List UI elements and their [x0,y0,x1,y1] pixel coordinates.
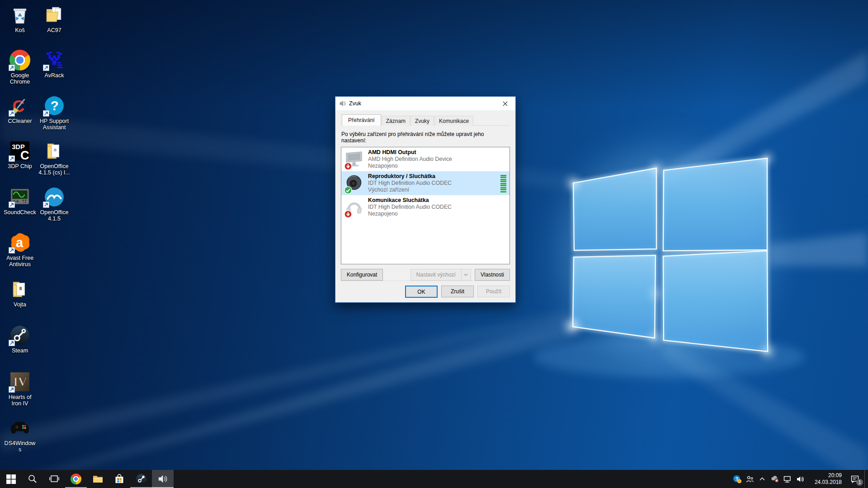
speaker-icon [157,474,168,484]
disconnected-badge-icon [344,210,352,218]
clock-time: 20:09 [828,472,842,479]
taskbar-steam-button[interactable] [130,470,152,488]
shortcut-arrow-icon [9,65,15,71]
chevron-down-icon [464,273,468,276]
desktop-icon-openoffice-cs-folder[interactable]: OpenOffice 4.1.5 (cs) I... [38,141,71,176]
desktop-icon-hp-support-assistant[interactable]: ? HP Support Assistant [38,95,71,131]
desktop-icon-label: OpenOffice 4.1.5 [38,209,71,222]
tray-people-icon[interactable] [743,470,756,488]
system-tray: ? 20:09 24.03.2018 1 [731,470,868,488]
desktop-icon-label: Google Chrome [4,72,36,85]
taskbar-chrome-button[interactable] [65,470,87,488]
ccleaner-icon: C [9,95,30,116]
disconnected-badge-icon [344,162,352,170]
close-button[interactable] [495,97,515,110]
tab-label: Zvuky [415,118,429,124]
tray-hidden-icons-chevron[interactable] [756,470,769,488]
shortcut-arrow-icon [43,65,49,71]
playback-device-list: AMD HDMI Output AMD High Definition Audi… [341,147,510,264]
search-button[interactable] [22,470,43,488]
sound-dialog-icon [339,100,346,107]
taskbar-file-explorer-button[interactable] [87,470,108,488]
svg-text:C: C [20,148,29,161]
default-device-badge-icon [344,186,352,194]
shortcut-arrow-icon [9,155,15,162]
set-default-dropdown-button[interactable] [461,269,471,281]
steam-icon [136,474,147,485]
windows-logo-icon [6,474,16,484]
desktop-icon-label: Avast Free Antivirus [4,255,36,267]
desktop-icon-avrack[interactable]: AvRack [38,50,71,79]
notification-count-badge: 1 [856,479,863,486]
tab-zvuky[interactable]: Zvuky [410,116,434,126]
svg-text:IV: IV [13,375,27,389]
desktop-icon-ds4windows[interactable]: DS4Windows [4,418,36,453]
desktop-icon-ac97[interactable]: AC97 [38,5,71,33]
avast-icon: a [9,232,30,253]
level-meter [500,174,506,192]
ok-button[interactable]: OK [405,286,438,298]
desktop-icon-label: HP Support Assistant [38,118,71,131]
dialog-titlebar[interactable]: Zvuk [335,97,515,110]
device-name: Reproduktory / Sluchátka [368,173,452,180]
store-icon [114,474,124,484]
action-center-button[interactable]: 1 [845,470,864,488]
shortcut-arrow-icon [43,110,49,117]
desktop-icon-ccleaner[interactable]: C CCleaner [4,95,36,124]
desktop-icon-vojta[interactable]: Vojta [4,279,36,308]
desktop-icon-steam[interactable]: Steam [4,325,36,354]
soundcheck-icon [9,187,30,207]
taskbar: ? 20:09 24.03.2018 1 [0,470,868,488]
folder-icon [9,279,30,300]
tab-zaznam[interactable]: Záznam [382,116,410,126]
desktop-icon-kos[interactable]: Koš [4,5,36,33]
steam-icon [9,325,30,346]
device-row-reproduktory-sluchatka[interactable]: Reproduktory / Sluchátka IDT High Defini… [341,171,509,195]
task-view-icon [49,474,60,483]
hp-support-icon: ? [44,95,65,116]
threedp-chip-icon: 3DPC [9,141,30,161]
taskbar-sound-window-button[interactable] [152,470,174,488]
desktop-icon-label: Koš [4,27,36,33]
properties-button[interactable]: Vlastnosti [475,269,510,281]
desktop-icon-soundcheck[interactable]: SoundCheck [4,187,36,216]
taskbar-clock[interactable]: 20:09 24.03.2018 [807,470,845,488]
tray-volume-icon[interactable] [794,470,807,488]
desktop-icon-google-chrome[interactable]: Google Chrome [4,50,36,85]
desktop-icon-label: AvRack [38,72,71,79]
clock-date: 24.03.2018 [815,479,842,486]
tab-prehravani[interactable]: Přehrávání [342,114,381,126]
svg-text:a: a [16,235,24,250]
tab-strip: Přehrávání Záznam Zvuky Komunikace [341,114,510,126]
recycle-bin-icon [9,5,30,25]
desktop-icon-avast[interactable]: a Avast Free Antivirus [4,232,36,267]
dialog-title: Zvuk [349,100,495,107]
device-name: AMD HDMI Output [368,149,452,156]
device-description: AMD High Definition Audio Device [368,156,452,163]
tab-komunikace[interactable]: Komunikace [434,116,473,126]
tray-network-icon[interactable] [781,470,794,488]
configure-button[interactable]: Konfigurovat [341,269,383,281]
tray-cloud-error-icon[interactable] [769,470,781,488]
tab-label: Komunikace [439,118,469,124]
set-default-button[interactable]: Nastavit výchozí [410,269,461,281]
desktop-icon-3dp-chip[interactable]: 3DPC 3DP Chip [4,141,36,169]
search-icon [28,474,38,484]
start-button[interactable] [0,470,22,488]
desktop-icon-hearts-of-iron-iv[interactable]: IV Hearts of Iron IV [4,371,36,407]
desktop-icon-openoffice[interactable]: OpenOffice 4.1.5 [38,187,71,222]
close-icon [503,101,508,106]
cancel-button[interactable]: Zrušit [441,286,474,297]
desktop-icon-label: Vojta [4,301,36,308]
tray-hp-support-assistant-icon[interactable]: ? [731,470,743,488]
taskbar-store-button[interactable] [108,470,130,488]
apply-button[interactable]: Použít [477,286,510,297]
ds4windows-gamepad-icon [9,418,30,438]
shortcut-arrow-icon [9,247,15,253]
avrack-icon [44,50,65,70]
show-desktop-button[interactable] [864,470,868,488]
device-row-amd-hdmi-output[interactable]: AMD HDMI Output AMD High Definition Audi… [341,147,509,171]
task-view-button[interactable] [43,470,65,488]
device-description: IDT High Definition Audio CODEC [368,204,452,211]
device-row-komunikace-sluchatka[interactable]: Komunikace Sluchátka IDT High Definition… [341,195,509,219]
